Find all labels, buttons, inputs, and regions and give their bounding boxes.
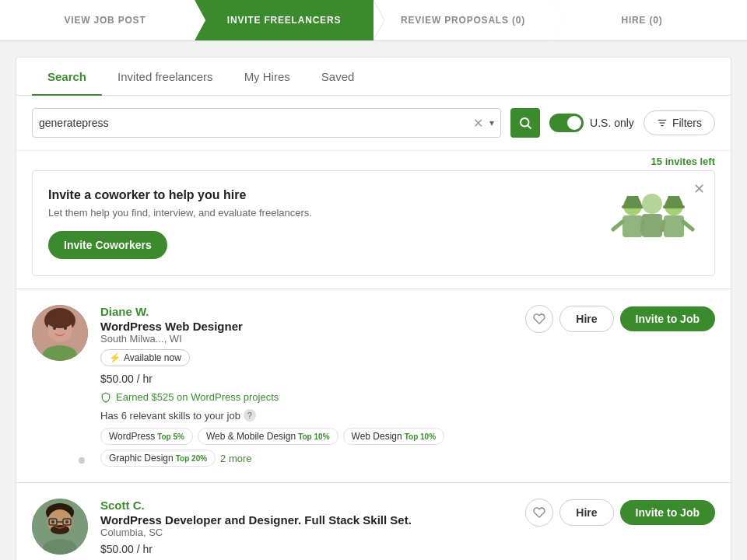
- rate-scott: $50.00 / hr: [100, 543, 525, 555]
- svg-rect-14: [663, 205, 685, 208]
- svg-line-1: [528, 125, 531, 128]
- tab-invited-freelancers[interactable]: Invited freelancers: [102, 58, 229, 96]
- skill-tag: Graphic Design Top 20%: [100, 450, 216, 467]
- help-icon-diane[interactable]: ?: [244, 409, 256, 422]
- invite-button-diane[interactable]: Invite to Job: [620, 306, 715, 331]
- tabs-row: Search Invited freelancers My Hires Save…: [16, 58, 731, 96]
- invites-count: 15: [651, 156, 662, 167]
- heart-icon: [533, 506, 545, 519]
- card-actions-scott: Hire Invite to Job: [525, 499, 715, 527]
- svg-marker-7: [623, 196, 642, 206]
- tab-my-hires[interactable]: My Hires: [229, 58, 306, 96]
- svg-rect-8: [622, 205, 644, 208]
- us-only-toggle[interactable]: [549, 114, 584, 132]
- freelancer-card: Diane W. WordPress Web Designer South Mi…: [16, 289, 731, 482]
- skill-badge: Top 20%: [176, 454, 207, 463]
- heart-icon: [533, 313, 545, 325]
- shield-icon-diane: [100, 392, 111, 403]
- svg-point-33: [65, 520, 68, 523]
- coworker-banner-title: Invite a coworker to help you hire: [48, 188, 312, 202]
- dropdown-arrow-icon[interactable]: ▾: [489, 117, 494, 128]
- earned-link-diane[interactable]: Earned $525 on WordPress projects: [100, 391, 525, 403]
- svg-point-34: [51, 525, 69, 534]
- steps-bar: View Job Post Invite Freelancers Review …: [0, 0, 747, 41]
- svg-point-32: [51, 520, 54, 523]
- step-view-job-post[interactable]: View Job Post: [0, 0, 195, 40]
- card-actions-diane: Hire Invite to Job: [525, 305, 715, 333]
- svg-point-23: [53, 327, 56, 330]
- skill-tag: WordPress Top 5%: [100, 428, 193, 445]
- skill-tag: Web Design Top 10%: [343, 428, 445, 445]
- freelancer-name-diane[interactable]: Diane W.: [100, 305, 525, 318]
- filters-button[interactable]: Filters: [644, 110, 715, 135]
- freelancer-name-scott[interactable]: Scott C.: [100, 499, 525, 512]
- coworker-banner-description: Let them help you find, interview, and e…: [48, 207, 312, 219]
- skill-badge: Top 10%: [405, 432, 436, 441]
- svg-marker-13: [665, 196, 683, 206]
- tab-search[interactable]: Search: [32, 58, 102, 96]
- coworker-banner: Invite a coworker to help you hire Let t…: [32, 170, 715, 276]
- filters-icon: [657, 117, 668, 128]
- skill-tag: Web & Mobile Design Top 10%: [198, 428, 338, 445]
- svg-point-9: [642, 194, 662, 214]
- main-panel: Search Invited freelancers My Hires Save…: [16, 57, 731, 560]
- clear-search-button[interactable]: ✕: [472, 116, 485, 131]
- step-invite-freelancers[interactable]: Invite Freelancers: [195, 0, 374, 40]
- tab-saved[interactable]: Saved: [306, 58, 370, 96]
- skill-badge: Top 10%: [298, 432, 329, 441]
- search-icon: [518, 116, 532, 130]
- svg-point-24: [64, 327, 67, 330]
- search-input-wrapper: ✕ ▾: [32, 108, 501, 138]
- close-banner-button[interactable]: ✕: [693, 180, 705, 198]
- svg-line-16: [642, 222, 643, 230]
- svg-rect-6: [622, 215, 643, 237]
- skills-row-diane: WordPress Top 5% Web & Mobile Design Top…: [100, 428, 525, 467]
- avatar-scott: [32, 499, 88, 555]
- freelancer-header-diane: Diane W. WordPress Web Designer South Mi…: [100, 305, 715, 467]
- svg-rect-12: [664, 215, 684, 237]
- freelancer-header-scott: Scott C. WordPress Developer and Designe…: [100, 499, 715, 560]
- coworker-illustration: [605, 187, 699, 260]
- more-skills-diane[interactable]: 2 more: [220, 453, 251, 464]
- freelancer-location-diane: South Milwa..., WI: [100, 333, 525, 345]
- hire-button-diane[interactable]: Hire: [559, 306, 613, 332]
- step-review-proposals[interactable]: Review Proposals (0): [374, 0, 552, 40]
- available-badge-diane: ⚡ Available now: [100, 349, 190, 366]
- search-input[interactable]: [39, 117, 472, 129]
- rate-diane: $50.00 / hr: [100, 373, 525, 385]
- invites-left-row: 15 invites left: [16, 151, 731, 170]
- invites-label: invites left: [665, 156, 715, 167]
- freelancer-details-diane: Diane W. WordPress Web Designer South Mi…: [100, 305, 525, 467]
- coworker-banner-content: Invite a coworker to help you hire Let t…: [48, 188, 312, 259]
- svg-point-0: [521, 118, 529, 127]
- svg-line-18: [683, 222, 693, 229]
- svg-line-17: [662, 222, 664, 230]
- us-only-label: U.S. only: [590, 117, 634, 129]
- freelancer-card: Scott C. WordPress Developer and Designe…: [16, 482, 731, 560]
- lightning-icon: ⚡: [109, 352, 121, 363]
- avatar-diane: [32, 305, 88, 361]
- freelancer-title-scott: WordPress Developer and Designer. Full S…: [100, 513, 525, 527]
- us-only-toggle-wrapper: U.S. only: [549, 114, 634, 132]
- save-button-diane[interactable]: [525, 305, 553, 333]
- search-button[interactable]: [510, 108, 540, 138]
- svg-rect-10: [642, 214, 662, 237]
- invite-button-scott[interactable]: Invite to Job: [620, 500, 715, 525]
- freelancer-location-scott: Columbia, SC: [100, 527, 525, 538]
- freelancer-info-diane: Diane W. WordPress Web Designer South Mi…: [100, 305, 715, 467]
- search-input-icons: ✕ ▾: [472, 116, 494, 131]
- save-button-scott[interactable]: [525, 499, 553, 527]
- hire-button-scott[interactable]: Hire: [559, 499, 613, 526]
- invite-coworkers-button[interactable]: Invite Coworkers: [48, 231, 167, 259]
- search-row: ✕ ▾ U.S. only Filters: [16, 96, 731, 151]
- avatar-wrapper-diane: [32, 305, 88, 467]
- svg-line-15: [613, 222, 622, 229]
- freelancer-title-diane: WordPress Web Designer: [100, 320, 525, 333]
- freelancer-details-scott: Scott C. WordPress Developer and Designe…: [100, 499, 525, 560]
- skill-badge: Top 5%: [157, 432, 184, 441]
- step-hire[interactable]: Hire (0): [552, 0, 747, 40]
- relevant-skills-diane: Has 6 relevant skills to your job ?: [100, 409, 525, 422]
- svg-point-22: [46, 310, 74, 328]
- freelancer-info-scott: Scott C. WordPress Developer and Designe…: [100, 499, 715, 560]
- online-dot-diane: [77, 456, 86, 465]
